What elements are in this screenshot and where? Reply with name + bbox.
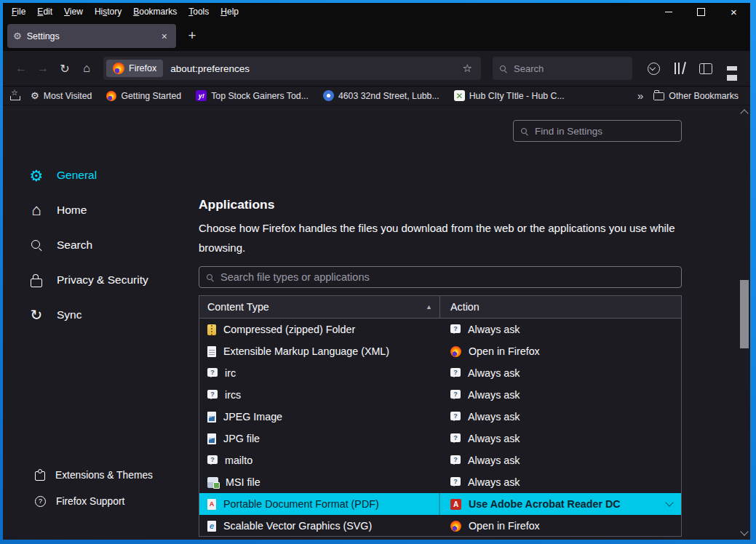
search-bar[interactable] [493, 57, 632, 80]
action-cell[interactable]: Always ask [440, 449, 681, 471]
sidebar-toggle-icon [699, 63, 712, 74]
site-identity-chip[interactable]: Firefox [106, 60, 163, 77]
home-icon: ⌂ [31, 202, 41, 218]
menu-bookmarks[interactable]: Bookmarks [127, 4, 183, 19]
toolbar-buttons [642, 57, 743, 79]
content-type-cell: Compressed (zipped) Folder [199, 319, 440, 340]
column-header-action[interactable]: Action [440, 296, 681, 318]
menu-view[interactable]: View [58, 4, 89, 19]
ask-icon [207, 390, 218, 399]
sidebar-item-firefox-support[interactable]: ? Firefox Support [35, 488, 191, 514]
action-cell[interactable]: Always ask [440, 384, 681, 406]
gear-icon: ⚙ [13, 31, 22, 41]
sidebar-item-general[interactable]: ⚙ General [28, 158, 184, 193]
forward-button[interactable]: → [32, 57, 54, 79]
table-row[interactable]: Compressed (zipped) Folder Always ask [199, 319, 681, 340]
action-cell[interactable]: Always ask [440, 319, 681, 340]
svg-icon [207, 521, 216, 532]
content-type-cell: irc [199, 362, 440, 384]
action-cell[interactable]: Always ask [440, 362, 681, 384]
content-type-label: Extensible Markup Language (XML) [223, 345, 389, 357]
reload-button[interactable]: ↻ [54, 57, 76, 79]
scrollbar-thumb[interactable] [740, 280, 749, 348]
content-type-cell: Portable Document Format (PDF) [199, 493, 440, 515]
table-row[interactable]: irc Always ask [199, 362, 681, 384]
library-button[interactable] [669, 57, 691, 79]
menu-history[interactable]: History [89, 4, 127, 19]
overflow-chevron-icon[interactable]: » [637, 89, 642, 102]
other-bookmarks-button[interactable]: Other Bookmarks [649, 89, 743, 103]
bookmark-top-stock-gainers[interactable]: y! Top Stock Gainers Tod... [191, 89, 313, 103]
content-type-cell: Extensible Markup Language (XML) [199, 340, 440, 362]
pocket-button[interactable] [642, 57, 664, 79]
lock-icon [31, 279, 42, 287]
gear-icon: ⚙ [31, 90, 39, 101]
menu-tools[interactable]: Tools [183, 4, 215, 19]
sidebar-item-extensions-themes[interactable]: Extensions & Themes [35, 462, 191, 488]
minimize-button[interactable] [652, 3, 685, 20]
table-row[interactable]: MSI file Always ask [199, 471, 681, 493]
page-scrollbar[interactable] [738, 105, 750, 540]
tab-close-icon[interactable]: × [159, 29, 170, 44]
action-cell[interactable]: Use Adobe Acrobat Reader DC [440, 493, 681, 515]
site-chip-label: Firefox [129, 63, 156, 73]
firefox-icon [106, 91, 116, 101]
sidebar-item-label: Privacy & Security [57, 273, 148, 287]
action-cell[interactable]: Always ask [440, 406, 681, 428]
table-row[interactable]: Portable Document Format (PDF) Use Adobe… [199, 493, 681, 515]
sort-ascending-icon: ▲ [426, 303, 432, 311]
bookmark-star-icon[interactable]: ☆ [457, 62, 478, 75]
xml-icon [207, 346, 216, 357]
table-row[interactable]: JPEG Image Always ask [199, 406, 681, 428]
bookmark-4603-32nd-street[interactable]: 4603 32nd Street, Lubb... [319, 89, 444, 103]
app-menu-button[interactable] [721, 57, 743, 79]
firefox-icon [450, 521, 461, 532]
action-cell[interactable]: Open in Firefox [440, 515, 681, 537]
content-type-cell: MSI file [199, 471, 440, 493]
content-type-label: mailto [225, 455, 252, 466]
help-icon: ? [35, 496, 46, 507]
table-row[interactable]: mailto Always ask [199, 449, 681, 471]
action-cell[interactable]: Always ask [440, 428, 681, 449]
menu-file[interactable]: File [6, 4, 31, 19]
home-button[interactable]: ⌂ [76, 57, 98, 79]
menu-edit[interactable]: Edit [31, 4, 58, 19]
file-type-search-box[interactable] [199, 266, 682, 288]
bookmark-most-visited[interactable]: ⚙ Most Visited [26, 89, 96, 103]
table-row[interactable]: ircs Always ask [199, 384, 681, 406]
bookmark-label: Top Stock Gainers Tod... [211, 91, 309, 101]
table-row[interactable]: Scalable Vector Graphics (SVG) Open in F… [199, 515, 681, 537]
tab-strip: ⚙ Settings × + [3, 20, 750, 51]
sidebar-toggle-button[interactable] [695, 57, 717, 79]
other-bookmarks-label: Other Bookmarks [669, 91, 739, 101]
scroll-down-icon[interactable] [740, 527, 748, 535]
action-cell[interactable]: Always ask [440, 471, 681, 493]
action-cell[interactable]: Open in Firefox [440, 340, 681, 362]
column-header-content-type[interactable]: Content Type ▲ [199, 296, 440, 318]
file-type-search-input[interactable] [219, 271, 674, 284]
close-button[interactable]: × [717, 3, 750, 20]
bookmark-getting-started[interactable]: Getting Started [102, 89, 186, 103]
scroll-up-icon[interactable] [740, 109, 748, 117]
search-input[interactable] [512, 63, 595, 75]
maximize-button[interactable] [685, 3, 717, 20]
sidebar-item-privacy-security[interactable]: Privacy & Security [28, 263, 184, 297]
sidebar-item-home[interactable]: ⌂ Home [28, 193, 184, 228]
table-row[interactable]: Extensible Markup Language (XML) Open in… [199, 340, 681, 362]
new-tab-button[interactable]: + [180, 24, 204, 47]
bookmark-hub-city-title[interactable]: ✕ Hub CIty TItle - Hub C... [450, 89, 569, 103]
folder-icon [653, 92, 664, 100]
adobe-icon [450, 499, 461, 510]
ask-icon [207, 368, 218, 377]
sidebar-item-search[interactable]: Search [28, 228, 184, 263]
import-bookmarks-icon[interactable] [10, 90, 20, 101]
table-row[interactable]: JPG file Always ask [199, 428, 681, 449]
tab-settings[interactable]: ⚙ Settings × [7, 24, 176, 48]
search-icon [500, 65, 506, 72]
sidebar-item-sync[interactable]: ↻ Sync [28, 297, 184, 332]
action-label: Always ask [468, 455, 520, 466]
column-label: Content Type [207, 301, 269, 313]
back-button[interactable]: ← [10, 57, 32, 79]
menu-help[interactable]: Help [215, 4, 244, 19]
url-bar[interactable]: Firefox about:preferences ☆ [103, 57, 481, 80]
